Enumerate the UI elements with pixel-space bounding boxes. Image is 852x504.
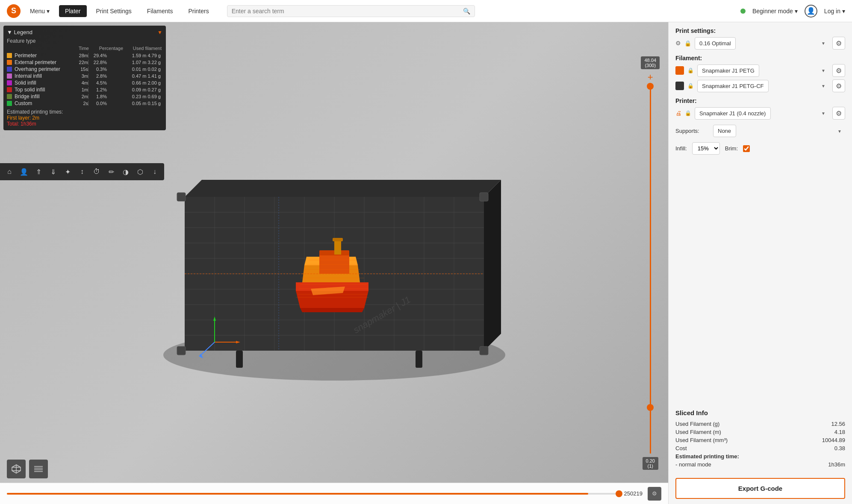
scrubber-thumb[interactable] bbox=[616, 490, 622, 497]
layer-top-label: 48.04 (300) bbox=[641, 56, 660, 69]
legend-row: Internal infill 3m 2.8% 0.47 m 1.41 g bbox=[7, 73, 162, 79]
tool-half-circle[interactable]: ◑ bbox=[120, 166, 132, 178]
print-settings-label: Print settings: bbox=[675, 27, 845, 34]
legend-feature-name: Solid infill bbox=[13, 80, 67, 86]
tool-download[interactable]: ↓ bbox=[149, 166, 161, 178]
filaments-button[interactable]: Filaments bbox=[141, 5, 179, 17]
scrubber-fill bbox=[7, 493, 588, 495]
filament2-color-swatch bbox=[675, 82, 684, 90]
legend-filament: 1.59 m 4.79 g bbox=[122, 53, 161, 58]
legend-pct: 4.5% bbox=[91, 80, 107, 85]
legend-filament: 1.07 m 3.22 g bbox=[122, 60, 161, 65]
export-gcode-button[interactable]: Export G-code bbox=[675, 478, 845, 499]
legend-color-swatch bbox=[7, 94, 12, 99]
print-profile-select[interactable]: 0.16 Optimal bbox=[695, 37, 736, 50]
tool-home[interactable]: ⌂ bbox=[3, 166, 15, 178]
legend-row: Custom 2s 0.0% 0.05 m 0.15 g bbox=[7, 100, 162, 106]
svg-rect-33 bbox=[480, 346, 488, 355]
print-settings-icon: ⚙ bbox=[675, 40, 681, 47]
infill-label: Infill: bbox=[675, 145, 687, 152]
print-settings-gear-button[interactable]: ⚙ bbox=[832, 37, 845, 50]
svg-rect-43 bbox=[334, 240, 341, 255]
layers-view-button[interactable] bbox=[29, 460, 48, 478]
filament2-lock-icon: 🔒 bbox=[687, 83, 694, 89]
legend-header: Time Percentage Used filament bbox=[7, 46, 162, 51]
legend-row: Solid infill 4m 4.5% 0.66 m 2.00 g bbox=[7, 80, 162, 86]
legend-color-swatch bbox=[7, 60, 12, 65]
tool-layer-down[interactable]: ⇓ bbox=[47, 166, 59, 178]
login-button[interactable]: Log in ▾ bbox=[824, 8, 845, 15]
info-key: - normal mode bbox=[675, 461, 814, 468]
legend-bar-container: 0.3% bbox=[88, 67, 122, 72]
supports-wrapper: None bbox=[713, 125, 845, 137]
nav-right-section: Beginner mode ▾ 👤 Log in ▾ bbox=[740, 5, 845, 18]
legend-row: Overhang perimeter 15s 0.3% 0.01 m 0.02 … bbox=[7, 66, 162, 72]
printer-select[interactable]: Snapmaker J1 (0.4 nozzle) bbox=[695, 107, 771, 120]
legend-footer: Estimated printing times: First layer: 2… bbox=[7, 109, 162, 127]
cube-view-button[interactable] bbox=[7, 460, 26, 478]
print-bed-svg: snapmaker | J1 bbox=[150, 129, 518, 393]
printer-gear-button[interactable]: ⚙ bbox=[832, 107, 845, 120]
info-key: Estimated printing time: bbox=[675, 453, 845, 460]
print-settings-section: Print settings: ⚙ 🔒 0.16 Optimal ⚙ bbox=[675, 27, 845, 50]
printers-button[interactable]: Printers bbox=[182, 5, 215, 17]
scrubber-settings-button[interactable]: ⚙ bbox=[648, 487, 661, 501]
info-value: 1h36m bbox=[822, 461, 845, 468]
legend-time: 22m bbox=[67, 60, 88, 65]
legend-bar-container: 29.4% bbox=[88, 53, 122, 58]
legend-rows: Perimeter 28m 29.4% 1.59 m 4.79 g Extern… bbox=[7, 53, 162, 106]
tool-person[interactable]: 👤 bbox=[18, 166, 30, 178]
filament2-gear-button[interactable]: ⚙ bbox=[832, 79, 845, 92]
tool-hexagon[interactable]: ⬡ bbox=[134, 166, 146, 178]
brim-checkbox[interactable] bbox=[743, 145, 750, 152]
filament1-gear-button[interactable]: ⚙ bbox=[832, 64, 845, 77]
search-icon: 🔍 bbox=[463, 8, 470, 15]
feature-type-label: Feature type bbox=[7, 38, 162, 44]
filament1-lock-icon: 🔒 bbox=[687, 67, 694, 73]
tool-timer[interactable]: ⏱ bbox=[91, 166, 103, 178]
menu-button[interactable]: Menu ▾ bbox=[24, 5, 56, 17]
legend-color-swatch bbox=[7, 73, 12, 79]
filament2-select[interactable]: Snapmaker J1 PETG-CF bbox=[697, 80, 769, 92]
print-settings-button[interactable]: Print Settings bbox=[90, 5, 138, 17]
layer-increase-button[interactable]: + bbox=[648, 73, 653, 82]
viewport-area: snapmaker | J1 bbox=[0, 22, 668, 504]
legend-time: 1m bbox=[67, 87, 88, 92]
layer-slider: 48.04 (300) + 0.20 (1) bbox=[641, 56, 660, 470]
supports-section: Supports: None bbox=[675, 125, 845, 137]
legend-time: 2s bbox=[67, 101, 88, 106]
plater-button[interactable]: Plater bbox=[59, 5, 87, 17]
svg-marker-3 bbox=[185, 180, 501, 197]
legend-time: 4m bbox=[67, 80, 88, 85]
layer-slider-track[interactable] bbox=[650, 85, 651, 454]
tool-star[interactable]: ✦ bbox=[62, 166, 74, 178]
legend-row: Perimeter 28m 29.4% 1.59 m 4.79 g bbox=[7, 53, 162, 59]
info-value: 10044.89 bbox=[822, 437, 845, 443]
legend-feature-name: Bridge infill bbox=[13, 94, 67, 100]
top-navigation: S Menu ▾ Plater Print Settings Filaments… bbox=[0, 0, 852, 22]
legend-feature-name: Custom bbox=[13, 100, 67, 106]
mode-button[interactable]: Beginner mode ▾ bbox=[752, 8, 798, 15]
svg-rect-41 bbox=[319, 252, 349, 274]
tool-move[interactable]: ↕ bbox=[76, 166, 88, 178]
legend-bar-container: 22.8% bbox=[88, 60, 122, 65]
infill-select[interactable]: 15% bbox=[692, 142, 720, 155]
tool-layer-up[interactable]: ⇑ bbox=[32, 166, 44, 178]
supports-select[interactable]: None bbox=[713, 125, 736, 137]
info-value: 12.56 bbox=[822, 421, 845, 427]
total-time: Total: 1h36m bbox=[7, 121, 162, 127]
filament2-row: 🔒 Snapmaker J1 PETG-CF ⚙ bbox=[675, 79, 845, 92]
svg-rect-31 bbox=[480, 193, 488, 201]
info-key: Used Filament (m) bbox=[675, 429, 814, 435]
legend-filament: 0.23 m 0.69 g bbox=[122, 94, 161, 99]
filament1-select[interactable]: Snapmaker J1 PETG bbox=[697, 64, 759, 77]
legend-time: 28m bbox=[67, 53, 88, 58]
layer-slider-bottom-thumb[interactable] bbox=[647, 404, 654, 411]
print-profile-wrapper: 0.16 Optimal bbox=[695, 37, 829, 50]
scrubber-track[interactable] bbox=[7, 493, 619, 495]
legend-color-swatch bbox=[7, 101, 12, 106]
tool-edit[interactable]: ✏ bbox=[105, 166, 117, 178]
search-input[interactable] bbox=[232, 8, 463, 15]
layer-slider-top-thumb[interactable] bbox=[647, 83, 654, 90]
supports-label: Supports: bbox=[675, 128, 710, 134]
